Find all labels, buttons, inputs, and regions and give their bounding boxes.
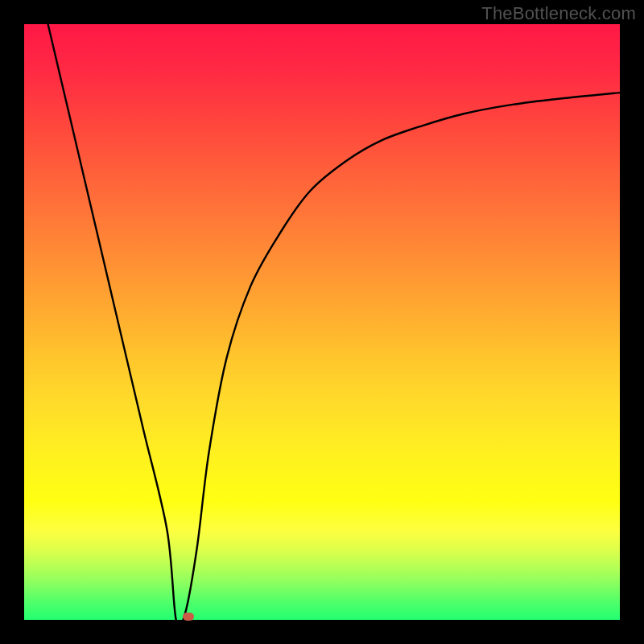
curve-svg	[24, 24, 620, 620]
plot-area	[24, 24, 620, 620]
watermark-text: TheBottleneck.com	[481, 3, 636, 24]
chart-frame: TheBottleneck.com	[0, 0, 644, 644]
bottleneck-curve	[48, 24, 620, 620]
marker-dot	[183, 613, 194, 621]
